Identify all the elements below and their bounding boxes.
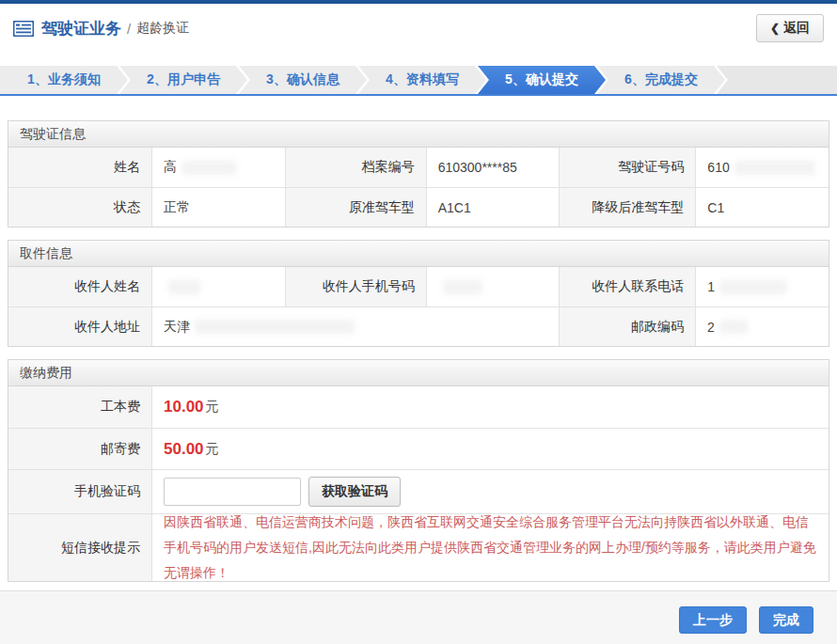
file-no-value: 610300****85 xyxy=(426,148,560,187)
table-row: 状态 正常 原准驾车型 A1C1 降级后准驾车型 C1 xyxy=(8,187,829,227)
sms-tip-label: 短信接收提示 xyxy=(8,514,151,581)
table-row: 收件人姓名 收件人手机号码 收件人联系电话 1 xyxy=(8,267,829,306)
breadcrumb-separator: / xyxy=(127,21,131,37)
stepbar-filler xyxy=(717,66,837,94)
section-title: 取件信息 xyxy=(8,241,829,267)
redaction xyxy=(195,320,355,334)
stepbar-underline xyxy=(0,94,837,96)
back-button[interactable]: ❮返回 xyxy=(756,14,824,42)
redaction xyxy=(734,161,815,175)
redaction xyxy=(443,280,482,294)
step-label: 4、资料填写 xyxy=(386,71,459,88)
postcode-value: 2 xyxy=(695,307,829,346)
section-title: 缴纳费用 xyxy=(8,360,829,386)
table-row: 短信接收提示 因陕西省联通、电信运营商技术问题，陕西省互联网交通安全综合服务管理… xyxy=(8,513,829,581)
table-row: 姓名 高 档案编号 610300****85 驾驶证号码 610 xyxy=(8,148,829,187)
sms-tip-text: 因陕西省联通、电信运营商技术问题，陕西省互联网交通安全综合服务管理平台无法向持陕… xyxy=(164,502,817,594)
file-no-label: 档案编号 xyxy=(285,148,426,187)
orig-class-label: 原准驾车型 xyxy=(285,188,426,227)
page-title: 驾驶证业务 xyxy=(41,18,121,39)
step-3-confirm-info: 3、确认信息 xyxy=(239,66,367,94)
back-button-label: 返回 xyxy=(783,20,810,37)
recipient-mobile-label: 收件人手机号码 xyxy=(285,267,426,306)
finish-button[interactable]: 完成 xyxy=(759,606,813,634)
footer-actions: 上一步 完成 xyxy=(0,590,837,644)
captcha-label: 手机验证码 xyxy=(8,470,151,513)
back-arrow-icon: ❮ xyxy=(770,22,780,35)
step-2-user-declaration: 2、用户申告 xyxy=(119,66,247,94)
license-no-label: 驾驶证号码 xyxy=(559,148,695,187)
step-4-fill-materials: 4、资料填写 xyxy=(358,66,486,94)
recipient-mobile-value xyxy=(426,267,560,306)
step-1-business-notice: 1、业务须知 xyxy=(0,66,128,94)
recipient-phone-value: 1 xyxy=(695,267,829,306)
payment-fees-section: 缴纳费用 工本费 10.00元 邮寄费 50.00元 手机验证码 获取验证码 短… xyxy=(8,359,829,582)
recipient-phone-label: 收件人联系电话 xyxy=(559,267,695,306)
step-label: 5、确认提交 xyxy=(505,71,578,88)
postage-fee-value: 50.00元 xyxy=(151,429,829,469)
postcode-label: 邮政编码 xyxy=(559,307,695,346)
section-title: 驾驶证信息 xyxy=(8,121,829,148)
address-label: 收件人地址 xyxy=(8,307,151,346)
recipient-name-label: 收件人姓名 xyxy=(8,267,151,306)
redaction xyxy=(719,320,748,334)
sms-tip-cell: 因陕西省联通、电信运营商技术问题，陕西省互联网交通安全综合服务管理平台无法向持陕… xyxy=(151,514,829,581)
redaction xyxy=(182,161,236,175)
name-label: 姓名 xyxy=(8,148,151,187)
table-row: 邮寄费 50.00元 xyxy=(8,428,829,469)
step-6-complete-submit: 6、完成提交 xyxy=(597,66,725,94)
table-row: 收件人地址 天津 邮政编码 2 xyxy=(8,306,829,346)
table-row: 工本费 10.00元 xyxy=(8,386,829,428)
status-label: 状态 xyxy=(8,188,151,227)
license-info-section: 驾驶证信息 姓名 高 档案编号 610300****85 驾驶证号码 610 状… xyxy=(8,120,829,228)
orig-class-value: A1C1 xyxy=(426,188,560,227)
downgrade-class-label: 降级后准驾车型 xyxy=(559,188,695,227)
cost-fee-value: 10.00元 xyxy=(151,386,829,428)
wizard-steps: 1、业务须知 2、用户申告 3、确认信息 4、资料填写 5、确认提交 6、完成提… xyxy=(0,53,837,96)
step-label: 6、完成提交 xyxy=(624,71,698,88)
license-no-value: 610 xyxy=(695,148,829,187)
step-label: 1、业务须知 xyxy=(27,71,101,88)
downgrade-class-value: C1 xyxy=(695,188,829,227)
status-value: 正常 xyxy=(151,188,285,227)
cost-fee-label: 工本费 xyxy=(8,386,151,428)
step-label: 2、用户申告 xyxy=(147,71,220,88)
address-value: 天津 xyxy=(151,307,559,346)
step-label: 3、确认信息 xyxy=(266,71,340,88)
step-5-confirm-submit-active: 5、确认提交 xyxy=(478,66,606,94)
redaction xyxy=(168,280,200,294)
page-header: 驾驶证业务 / 超龄换证 ❮返回 xyxy=(0,4,837,53)
previous-step-button[interactable]: 上一步 xyxy=(679,606,747,634)
postage-fee-label: 邮寄费 xyxy=(8,429,151,469)
page-subtitle: 超龄换证 xyxy=(136,20,189,37)
pickup-info-section: 取件信息 收件人姓名 收件人手机号码 收件人联系电话 1 收件人地址 天津 邮政… xyxy=(8,240,829,347)
redaction xyxy=(719,280,787,294)
recipient-name-value xyxy=(151,267,285,306)
license-business-icon xyxy=(13,21,34,37)
name-value: 高 xyxy=(151,148,285,187)
